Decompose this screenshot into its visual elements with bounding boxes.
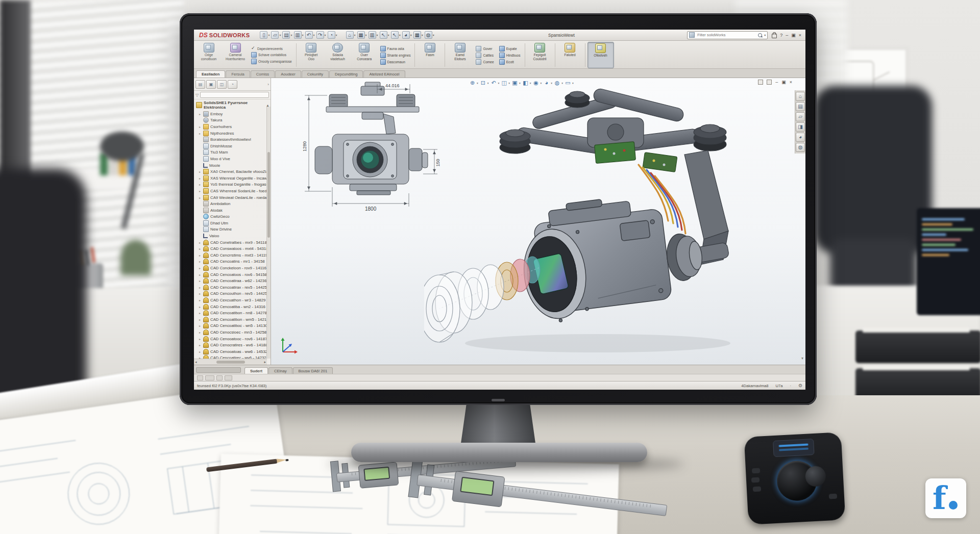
ribbon-button-mate[interactable]: Cameral Hoerbunieno (223, 42, 248, 68)
tree-item[interactable]: ▸ CAS Whenreal SodanLile - foedanoi (195, 188, 271, 194)
ribbon-tab[interactable]: Fersula (226, 70, 250, 78)
scroll-thumb[interactable] (216, 361, 245, 364)
tree-item[interactable]: ▸ Nipthoredires (195, 130, 271, 137)
rebuild-icon[interactable]: ◔ (328, 31, 339, 39)
web-help-icon[interactable]: ◍ (425, 31, 436, 39)
ribbon-button-assembly-features[interactable]: Fasm (417, 42, 443, 68)
ribbon-small-button[interactable]: Eupate (499, 46, 521, 52)
tree-item[interactable]: DhishMosse (195, 143, 271, 149)
tree-item[interactable]: Dhad Utm (195, 220, 271, 226)
arrow-tool-icon[interactable]: ↖ (391, 31, 402, 39)
configurationmanager-tab[interactable]: ◫ (217, 80, 227, 89)
ribbon-small-button[interactable]: Shante engines (380, 53, 411, 58)
tree-item[interactable]: ▸ CAD Cencoatiraa - w62 - 14236 (195, 277, 271, 284)
tree-item[interactable]: ▸ CAD Cenocsioec - mn3 - 14258 (195, 329, 271, 336)
tree-item[interactable]: ▸ CAD Cencoatibon - nn8 - 14278 (195, 310, 271, 316)
ribbon-small-button[interactable]: Onooty comespaniose (251, 59, 292, 64)
appearances-icon[interactable]: ◕ (796, 133, 805, 142)
tree-item[interactable]: ▸ YoS thenreal Deganlile - fnogasoi (195, 182, 271, 188)
file-explorer-icon[interactable]: ▱ (796, 112, 805, 121)
propertymanager-tab[interactable]: ▣ (206, 80, 216, 89)
ribbon-button-pattern[interactable]: Pinlojbet Ooo (299, 42, 324, 68)
home-icon[interactable]: ⌂ (346, 31, 357, 39)
model-tab[interactable]: CElnay (268, 367, 292, 374)
ribbon-button-fillet[interactable]: Faluted (557, 42, 583, 68)
select-pointer-icon[interactable]: ↖ (380, 31, 391, 39)
tree-item[interactable]: Alodak (195, 207, 271, 214)
motion-icon-3[interactable] (216, 375, 223, 380)
tree-item[interactable]: ▸ Csorhoihers (195, 123, 271, 130)
ribbon-tab[interactable]: Atelized EAlnocel (363, 70, 405, 78)
tree-item[interactable]: ▸ Emboy (195, 111, 271, 117)
ribbon-button-exploded-view[interactable]: Eamd Eloburs (447, 42, 473, 68)
ribbon-small-button[interactable]: Ecott (499, 59, 521, 65)
ribbon-small-button[interactable]: Cattles (476, 53, 494, 58)
tree-item[interactable]: ▸ CAD Conswaloos - mxt4 - 54318 (195, 245, 271, 252)
view-palette-icon[interactable]: ◨ (796, 122, 805, 132)
home-icon[interactable]: ⌂ (796, 92, 805, 101)
tree-item[interactable]: ▸ CAD Cencoatoos - rov6 - 54158 (195, 271, 271, 278)
tree-item[interactable]: ▸ CAD Cencrrstims - mxt3 - 14119 (195, 252, 271, 259)
scroll-right-arrow[interactable]: ▸ (264, 360, 266, 364)
tree-item[interactable]: ▸ CAD Cencoatiba - wn2 - 14316 (195, 303, 271, 310)
featuremanager-tab[interactable]: ▤ (195, 80, 205, 89)
tree-item[interactable]: Vaioo (195, 233, 271, 239)
search-dropdown-caret[interactable]: ▾ (764, 33, 766, 37)
search-input[interactable] (696, 32, 756, 38)
tree-item[interactable]: ▸ CAD Cenocratires - wv6 - 14188 (195, 342, 271, 348)
tree-item[interactable]: CwtizGeco (195, 214, 271, 220)
ribbon-button-imported-geometry[interactable]: Fepigoit Coulodril (527, 42, 553, 68)
tree-item[interactable]: ▸ CAD Cenooatooc - rov6 - 14187 (195, 336, 271, 342)
search-box[interactable]: ▾ (687, 31, 768, 39)
custom-properties-icon[interactable]: ◍ (796, 143, 805, 152)
tree-item[interactable]: Moole (195, 162, 271, 169)
tree-item[interactable]: ▸ XA0 Chennel, Baclavile vfoooZia (195, 168, 271, 175)
status-units[interactable]: U7a (775, 384, 782, 388)
tree-item[interactable]: ▸ CAD Conetratbes - mx9 - 54118 (195, 239, 271, 246)
ribbon-tab[interactable]: Comiss (251, 70, 275, 78)
ribbon-tab[interactable]: Depcunditing (329, 70, 363, 78)
ribbon-button-insert-components[interactable]: Odge conoibuon (196, 42, 222, 68)
save-icon[interactable]: ▤ (282, 31, 293, 39)
ribbon-small-button[interactable]: Comee (476, 59, 494, 65)
login-icon[interactable] (772, 34, 777, 38)
tree-item[interactable]: ▸ CAD Cencouthon - rev5 - 14425 (195, 291, 271, 297)
tree-item[interactable]: Takura (195, 117, 271, 124)
ribbon-tab[interactable]: Cekunlity (302, 70, 329, 78)
tree-vertical-scrollbar[interactable] (266, 107, 271, 359)
tree-item[interactable]: ▸ CAD Cencoatibon - wm5 - 14216 (195, 316, 271, 323)
design-library-icon[interactable]: ▤ (796, 102, 805, 111)
tree-item[interactable]: Moo d Vive (195, 156, 271, 162)
motion-icon-1[interactable] (197, 375, 203, 380)
tree-root-node[interactable]: SolidsSHE1 Fyurrsnoe Elektronica ▲ (194, 99, 271, 111)
help-button[interactable]: ? (780, 33, 782, 38)
ribbon-small-button[interactable]: Dascomaun (380, 59, 411, 65)
tree-item[interactable]: Boratessevthmtiowtievl (195, 136, 271, 143)
restore-button[interactable]: ▣ (791, 33, 796, 38)
tree-item[interactable]: ▸ CAD Conckeloon - rov9 - 14116 (195, 265, 271, 271)
tree-item[interactable]: ▸ XAS Wienreal Oeganlile - Incaware (195, 175, 271, 182)
tree-item[interactable]: ▸ CAD Cenooatoas - ww6 - 14532 (195, 348, 271, 355)
ribbon-button-fasteners[interactable]: Sdaoia viadetuuh (325, 42, 351, 68)
ribbon-button-move-component[interactable]: Ouer Conoeara (352, 42, 377, 68)
model-tab[interactable]: Bousw DA6! 201 (293, 367, 333, 374)
graphics-area[interactable]: ⊕ ⊡ ↶ ◫ ▣ ◧ ◉ ◕ (271, 78, 805, 365)
redo-icon[interactable]: ↷ (316, 31, 328, 39)
ribbon-button-active-tool[interactable]: Ofeelveh (587, 42, 614, 68)
tree-item[interactable]: ▸ CA9 Weoieat OedanLile - roedatei (195, 194, 271, 201)
appearance-ball-icon[interactable]: ◕ (402, 31, 413, 39)
ribbon-small-button[interactable]: Dapeoiereceents (251, 46, 292, 51)
ribbon-small-button[interactable]: Gover (476, 46, 494, 52)
dimxpert-tab[interactable]: ◔ (228, 80, 237, 89)
tree-item[interactable]: New Drivine (195, 226, 271, 233)
close-button[interactable]: × (799, 33, 801, 38)
tree-item[interactable]: ▸ CAD Cencoatirax - rev5 - 14425 (195, 284, 271, 291)
task-pane-arrow[interactable]: ▾ (801, 356, 803, 361)
new-icon[interactable]: ▯ (260, 31, 271, 39)
motion-icon-2[interactable] (205, 375, 214, 380)
ribbon-tab[interactable]: Easlladen (196, 70, 225, 78)
tree-item[interactable]: ▸ CAD Cencoatins - mr1 - 34158 (195, 259, 271, 265)
print-icon[interactable]: ▥ (294, 31, 305, 39)
ribbon-tab[interactable]: Aoudeer (275, 70, 301, 78)
search-icon[interactable] (757, 33, 763, 38)
